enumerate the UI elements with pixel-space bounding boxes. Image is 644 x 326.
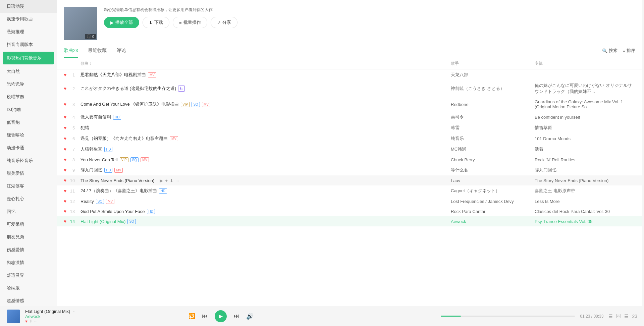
download-icon: ⬇ bbox=[149, 20, 153, 25]
hover-more-icon[interactable]: ··· bbox=[175, 178, 179, 183]
next-button[interactable]: ⏭ bbox=[233, 313, 239, 320]
heart-icon[interactable]: ♥ bbox=[64, 188, 66, 194]
sidebar-item-recall[interactable]: 回忆 bbox=[0, 205, 57, 218]
col-album: 专辑 bbox=[535, 61, 635, 66]
player-extra: ☰ 同 ☰ 23 bbox=[608, 313, 637, 319]
hd-badge: HD bbox=[147, 209, 155, 214]
heart-icon[interactable]: ♥ bbox=[64, 86, 66, 91]
sidebar-item-horror[interactable]: 恐怖诡异 bbox=[0, 78, 57, 91]
sidebar-item-anime[interactable]: 日语动漫 bbox=[0, 0, 57, 13]
sidebar-item-douyin[interactable]: 抖音专属版本 bbox=[0, 38, 57, 51]
heart-icon[interactable]: ♥ bbox=[64, 209, 66, 214]
table-row[interactable]: ♥ 12 Reality SQ MV Lost Frequencies / Ja… bbox=[57, 196, 642, 206]
mv-badge: MV bbox=[141, 157, 149, 162]
sidebar-item-moody[interactable]: 超感情感 bbox=[0, 294, 57, 306]
sidebar-item-tongue[interactable]: 绕舌嘻哈 bbox=[0, 129, 57, 142]
playlist-icon[interactable]: ☰ bbox=[608, 314, 613, 319]
share-button[interactable]: ↗ 分享 bbox=[211, 17, 237, 28]
table-row[interactable]: ♥ 5 犯错 韩雷 情笛草原 bbox=[57, 122, 642, 133]
hover-play-icon[interactable]: ▶ bbox=[160, 178, 163, 183]
sq-badge: SQ bbox=[130, 157, 139, 162]
sidebar-item-dj[interactable]: DJ混响 bbox=[0, 103, 57, 116]
main-content: 🎧 0 精心完善歌单信息有机会获得推荐，让更多用户看到你的大作 ▶ 播放全部 ⬇… bbox=[57, 0, 642, 306]
player-controls: 🔁 ⏮ ▶ ⏭ 🔊 bbox=[189, 310, 254, 322]
play-all-button[interactable]: ▶ 播放全部 bbox=[104, 17, 139, 28]
table-row[interactable]: ♥ 9 辞九门回忆 HD MV 等什么君 辞九门回忆 bbox=[57, 165, 642, 175]
playlist-header: 🎧 0 精心完善歌单信息有机会获得推荐，让更多用户看到你的大作 ▶ 播放全部 ⬇… bbox=[57, 0, 642, 44]
playlist-desc: 精心完善歌单信息有机会获得推荐，让更多用户看到你的大作 bbox=[104, 7, 635, 13]
playlist-cover: 🎧 0 bbox=[64, 7, 97, 40]
table-row[interactable]: ♥ 8 You Never Can Tell VIP SQ MV Chuck B… bbox=[57, 155, 642, 165]
heart-icon[interactable]: ♥ bbox=[64, 219, 66, 224]
download-button[interactable]: ⬇ 下载 bbox=[143, 17, 169, 28]
sidebar-item-cartoon[interactable]: 动漫卡通 bbox=[0, 142, 57, 154]
table-row[interactable]: ♥ 6 遇见（钢琴版）《向左走向右走》电影主题曲 MV 纯音乐 101 Dram… bbox=[57, 133, 642, 144]
tab-comments[interactable]: 评论 bbox=[117, 44, 126, 58]
table-row[interactable]: ♥ 2 これがオタクの生きる道 (这是御宅族的生存之道) 杜 神前暁（こうさき … bbox=[57, 80, 642, 97]
heart-icon[interactable]: ♥ bbox=[64, 157, 66, 162]
table-row[interactable]: ♥ 3 Come And Get Your Love 《银河护卫队》电影插曲 V… bbox=[57, 97, 642, 112]
sidebar-item-walk[interactable]: 走心扎心 bbox=[0, 193, 57, 205]
heart-icon[interactable]: ♥ bbox=[64, 72, 66, 77]
play-pause-button[interactable]: ▶ bbox=[215, 310, 227, 322]
heart-icon[interactable]: ♥ bbox=[64, 102, 66, 107]
hover-add-icon[interactable]: + bbox=[165, 178, 168, 183]
play-icon: ▶ bbox=[110, 20, 114, 25]
hd-badge: HD bbox=[113, 115, 121, 120]
sidebar-item-nature[interactable]: 大自然 bbox=[0, 65, 57, 78]
player-cover bbox=[7, 310, 20, 323]
table-row[interactable]: ♥ 14 Flat Light (Original Mix) SQ Aewock… bbox=[57, 216, 642, 226]
tab-recent[interactable]: 最近收藏 bbox=[88, 44, 107, 58]
table-row[interactable]: ♥ 7 人猫韩生宣 HD MC韩润 活着 bbox=[57, 144, 642, 155]
sidebar-item-friends[interactable]: 朋友兄弟 bbox=[0, 231, 57, 243]
dol-badge: 杜 bbox=[178, 86, 185, 92]
song-list: 歌曲 ↕ 歌手 专辑 ♥ 1 思君翻然《天龙八部》电视剧插曲 MV 天龙八部 bbox=[57, 58, 642, 306]
sidebar-item-sadfake[interactable]: 伤感爱情 bbox=[0, 243, 57, 256]
heart-icon[interactable]: ♥ bbox=[64, 125, 66, 130]
sidebar-item-cute[interactable]: 可爱呆萌 bbox=[0, 218, 57, 231]
table-row[interactable]: ♥ 1 思君翻然《天龙八部》电视剧插曲 MV 天龙八部 bbox=[57, 69, 642, 80]
table-row[interactable]: ♥ 10 The Story Never Ends (Piano Version… bbox=[57, 175, 642, 185]
sidebar-item-励志[interactable]: 励志激情 bbox=[0, 256, 57, 269]
progress-section bbox=[441, 316, 575, 317]
table-row[interactable]: ♥ 4 做人要有自信啊 HD 吴司令 Be confident in yours… bbox=[57, 112, 642, 122]
heart-icon[interactable]: ♥ bbox=[64, 178, 66, 183]
sidebar-item-bass[interactable]: 低音炮 bbox=[0, 116, 57, 129]
heart-icon[interactable]: ♥ bbox=[64, 167, 66, 173]
sidebar-item-love[interactable]: 甜美爱情 bbox=[0, 167, 57, 180]
player-more-icon[interactable]: ··· bbox=[34, 319, 38, 324]
tab-songs[interactable]: 歌曲23 bbox=[64, 44, 78, 58]
mv-badge: MV bbox=[170, 136, 178, 141]
player-artist[interactable]: Aewock bbox=[25, 314, 41, 319]
quality-icon[interactable]: ☰ bbox=[624, 314, 629, 319]
sidebar-item-light-music[interactable]: 纯音乐轻音乐 bbox=[0, 154, 57, 167]
loop-button[interactable]: 🔁 bbox=[189, 313, 195, 319]
heart-icon[interactable]: ♥ bbox=[64, 114, 66, 120]
sort-action[interactable]: ≡ 排序 bbox=[623, 48, 635, 54]
sidebar-item-jianghu[interactable]: 江湖侠客 bbox=[0, 180, 57, 193]
player-info: Flat Light (Original Mix) - Aewock ♥ ⬇ ·… bbox=[25, 309, 92, 324]
player-heart-icon[interactable]: ♥ bbox=[25, 319, 28, 324]
sidebar-item-suspense[interactable]: 悬疑推理 bbox=[0, 25, 57, 38]
sidebar-item-talkshow[interactable]: 说唱节奏 bbox=[0, 91, 57, 103]
volume-button[interactable]: 🔊 bbox=[246, 313, 254, 320]
heart-icon[interactable]: ♥ bbox=[64, 147, 66, 152]
sidebar-item-comfy[interactable]: 舒适灵界 bbox=[0, 269, 57, 282]
search-action[interactable]: 🔍 搜索 bbox=[602, 48, 618, 54]
hover-download-icon[interactable]: ⬇ bbox=[170, 178, 173, 183]
table-row[interactable]: ♥ 13 God Put A Smile Upon Your Face HD R… bbox=[57, 206, 642, 216]
heart-icon[interactable]: ♥ bbox=[64, 199, 66, 204]
action-buttons: ▶ 播放全部 ⬇ 下载 ≡ 批量操作 ↗ 分享 bbox=[104, 17, 635, 28]
headphone-badge: 🎧 0 bbox=[85, 34, 96, 39]
progress-bar[interactable] bbox=[441, 316, 575, 317]
heart-icon[interactable]: ♥ bbox=[64, 136, 66, 141]
table-row[interactable]: ♥ 11 24 / 7（演奏曲）《喜剧之王》电影插曲 HD Cagnet（キャグ… bbox=[57, 185, 642, 196]
sidebar: 日语动漫飙速专用歌曲悬疑推理抖音专属版本影视热门背景音乐大自然恐怖诡异说唱节奏D… bbox=[0, 0, 57, 306]
sidebar-item-納哈[interactable]: 哈纳版 bbox=[0, 282, 57, 294]
sidebar-item-film-bg[interactable]: 影视热门背景音乐 bbox=[3, 52, 54, 64]
prev-button[interactable]: ⏮ bbox=[202, 313, 208, 320]
player-download-icon[interactable]: ⬇ bbox=[29, 319, 33, 324]
sidebar-item-driving[interactable]: 飙速专用歌曲 bbox=[0, 13, 57, 25]
scrollbar[interactable] bbox=[642, 0, 644, 306]
batch-button[interactable]: ≡ 批量操作 bbox=[173, 17, 207, 28]
